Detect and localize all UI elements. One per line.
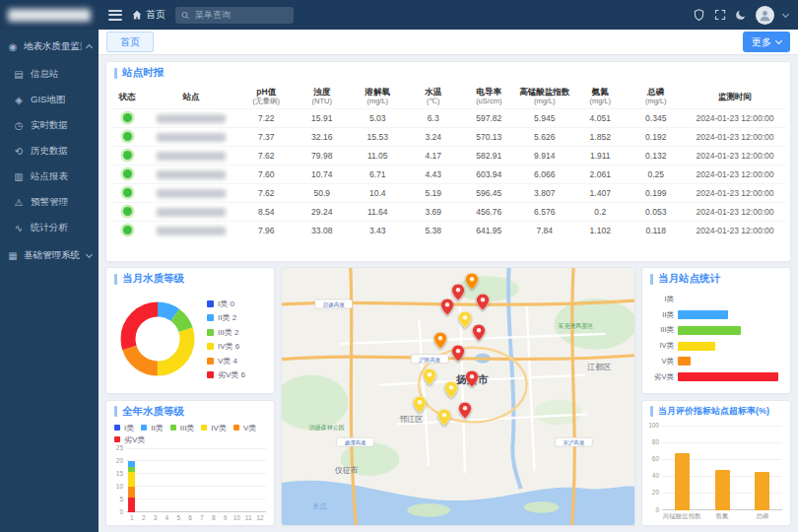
- sidebar-item-history-data[interactable]: ⟲历史数据: [0, 138, 99, 164]
- legend-item-劣V类[interactable]: 劣V类: [114, 434, 145, 445]
- station-report-title: 站点时报: [114, 66, 164, 80]
- legend-item-III类[interactable]: III类: [170, 423, 195, 433]
- legend-item-IV类[interactable]: IV类: [201, 423, 227, 433]
- map-pin-red[interactable]: [441, 299, 454, 319]
- map-pin-red[interactable]: [466, 370, 479, 391]
- caret-down-icon[interactable]: [782, 10, 789, 17]
- legend-swatch: [141, 425, 147, 431]
- sidebar-item-info-station[interactable]: ▤信息站: [0, 61, 99, 87]
- map-pin-red[interactable]: [452, 345, 465, 366]
- legend-item-I类[interactable]: I类: [114, 423, 134, 433]
- hbar-II类[interactable]: [678, 310, 728, 319]
- table-row[interactable]: 8.5429.2411.643.69456.766.5760.20.053202…: [110, 203, 786, 222]
- exceedance-plot[interactable]: 020406080100: [662, 427, 782, 511]
- legend-item-I类[interactable]: I类 0: [207, 299, 245, 309]
- donut-chart[interactable]: [116, 298, 199, 380]
- map-canvas[interactable]: 启扬高速 沪陕高速 扬溧高速 京沪高速 扬州市 江都区 邗: [282, 268, 634, 525]
- map-pin-red[interactable]: [473, 324, 486, 345]
- stacked-bar-month-2[interactable]: [140, 449, 147, 513]
- shield-icon[interactable]: [693, 9, 705, 22]
- sidebar-item-realtime-data[interactable]: ◷实时数据: [0, 112, 99, 138]
- table-row[interactable]: 7.9633.083.435.38641.957.841.1020.118202…: [110, 222, 786, 240]
- sidebar-item-alert-management[interactable]: ⚠预警管理: [0, 189, 99, 215]
- sidebar-group-base-management-system[interactable]: ▦基础管理系统: [0, 240, 99, 270]
- menu-toggle-icon[interactable]: [108, 10, 122, 21]
- stacked-bar-month-4[interactable]: [164, 449, 170, 513]
- table-row[interactable]: 7.6010.746.714.43603.946.0662.0610.25202…: [110, 166, 786, 184]
- stacked-bar-month-8[interactable]: [210, 449, 217, 513]
- legend-swatch: [114, 436, 120, 442]
- hbar-IV类[interactable]: [678, 342, 715, 351]
- bottom-row: 当月水质等级 I类 0II类 2III类 2IV类 6V类 4劣V类 6 全年水…: [105, 267, 791, 526]
- stacked-bar-month-11[interactable]: [245, 449, 252, 513]
- menu-search[interactable]: [175, 7, 294, 24]
- map-pin-yellow[interactable]: [459, 311, 472, 332]
- table-row[interactable]: 7.3732.1615.533.24570.135.6261.8520.1922…: [110, 128, 786, 147]
- map-panel[interactable]: 启扬高速 沪陕高速 扬溧高速 京沪高速 扬州市 江都区 邗: [281, 267, 635, 526]
- stacked-bar-month-12[interactable]: [257, 449, 264, 513]
- legend-swatch: [207, 314, 214, 321]
- legend-item-V类[interactable]: V类 4: [207, 356, 245, 366]
- station-stats-title: 当月站点统计: [650, 272, 720, 286]
- legend-item-V类[interactable]: V类: [233, 423, 256, 433]
- vbar-总磷[interactable]: [755, 472, 769, 510]
- stacked-bar-month-1[interactable]: [128, 449, 135, 513]
- legend-item-III类[interactable]: III类 2: [207, 327, 245, 338]
- search-input[interactable]: [193, 9, 288, 21]
- tab-home[interactable]: 首页: [106, 32, 154, 52]
- dark-mode-icon[interactable]: [735, 9, 747, 21]
- fullscreen-icon[interactable]: [714, 9, 726, 21]
- map-pin-yellow[interactable]: [413, 396, 426, 417]
- statistics-analysis-icon: ∿: [13, 223, 25, 233]
- sidebar-item-label: 历史数据: [31, 145, 68, 158]
- hbar-劣V类[interactable]: [678, 372, 778, 381]
- legend-item-II类[interactable]: II类: [141, 423, 163, 433]
- monthly-grade-chart[interactable]: I类 0II类 2III类 2IV类 6V类 4劣V类 6: [106, 290, 274, 393]
- app-logo: [8, 9, 91, 22]
- chevron-down-icon: [86, 250, 93, 257]
- map-pin-red[interactable]: [477, 294, 490, 314]
- table-row[interactable]: 7.6250.910.45.19596.453.8071.4070.199202…: [110, 184, 786, 203]
- legend-swatch: [170, 425, 176, 431]
- map-pin-orange[interactable]: [434, 332, 447, 353]
- stacked-bar-month-6[interactable]: [187, 449, 194, 513]
- map-pin-red[interactable]: [459, 402, 472, 423]
- user-avatar[interactable]: [756, 6, 774, 25]
- map-pin-yellow[interactable]: [437, 409, 450, 430]
- sidebar-item-label: 预警管理: [31, 196, 68, 209]
- tab-strip: 首页 更多: [99, 30, 798, 55]
- legend-item-劣V类[interactable]: 劣V类 6: [207, 369, 245, 380]
- sidebar-item-statistics-analysis[interactable]: ∿统计分析: [0, 215, 99, 240]
- map-pin-orange[interactable]: [466, 273, 479, 294]
- annual-plot[interactable]: 0510152025: [126, 449, 266, 513]
- legend-item-II类[interactable]: II类 2: [207, 312, 245, 323]
- station-table-wrap[interactable]: 状态站点pH值(无量纲)浊度(NTU)溶解氧(mg/L)水温(℃)电导率(uS/…: [106, 84, 790, 261]
- sidebar-item-station-report[interactable]: ▥站点报表: [0, 164, 99, 189]
- stacked-bar-month-7[interactable]: [198, 449, 205, 513]
- sidebar-item-gis-map[interactable]: ◈GIS地图: [0, 87, 99, 112]
- stacked-bar-month-3[interactable]: [152, 449, 159, 513]
- breadcrumb-home[interactable]: 首页: [132, 8, 166, 22]
- hbar-V类[interactable]: [678, 357, 691, 366]
- station-stats-chart[interactable]: I类II类III类IV类V类劣V类: [642, 290, 790, 393]
- table-row[interactable]: 7.2215.915.036.3597.825.9454.0510.345202…: [110, 109, 786, 128]
- vbar-高锰酸盐指数[interactable]: [675, 453, 690, 510]
- more-button[interactable]: 更多: [743, 32, 790, 52]
- column-header: 电导率(uS/cm): [461, 84, 517, 109]
- hbar-III类[interactable]: [678, 326, 741, 335]
- sidebar-item-label: GIS地图: [31, 94, 65, 106]
- annual-grade-title: 全年水质等级: [114, 405, 184, 419]
- sidebar-group-surface-water-system[interactable]: ◉地表水质量监测系统: [0, 32, 99, 61]
- stacked-bar-month-10[interactable]: [233, 449, 240, 513]
- stacked-bar-month-5[interactable]: [175, 449, 182, 513]
- vbar-氨氮[interactable]: [715, 470, 730, 510]
- sidebar: ◉地表水质量监测系统▤信息站◈GIS地图◷实时数据⟲历史数据▥站点报表⚠预警管理…: [0, 30, 99, 532]
- x-tick-label: 总磷: [742, 512, 782, 521]
- x-tick-label: 2: [138, 514, 150, 521]
- map-pin-yellow[interactable]: [424, 368, 436, 389]
- map-pin-yellow[interactable]: [444, 381, 457, 402]
- table-row[interactable]: 7.6279.9811.054.17582.919.9141.9110.1322…: [110, 147, 786, 166]
- legend-item-IV类[interactable]: IV类 6: [207, 341, 245, 352]
- stacked-bar-month-9[interactable]: [222, 449, 229, 513]
- logo-area: [0, 9, 99, 22]
